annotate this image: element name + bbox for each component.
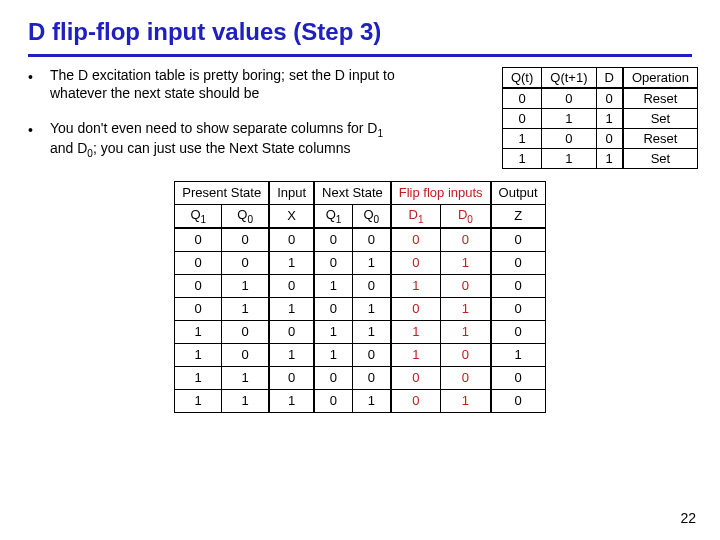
table-cell: 1: [596, 109, 623, 129]
table-cell: Set: [623, 149, 698, 169]
table-cell: 0: [222, 228, 270, 252]
table-cell: 1: [222, 297, 270, 320]
bullet-text: You don't even need to show separate col…: [50, 120, 408, 161]
table-cell: 0: [391, 366, 441, 389]
table-cell: 1: [441, 251, 491, 274]
table-row: 100Reset: [502, 129, 697, 149]
table-cell: 1: [441, 297, 491, 320]
group-header: Output: [491, 181, 546, 204]
excitation-table-body: 000Reset011Set100Reset111Set: [502, 88, 697, 169]
sub-header: Q0: [222, 204, 270, 228]
table-cell: Set: [623, 109, 698, 129]
table-cell: 1: [269, 389, 314, 412]
table-cell: 1: [269, 251, 314, 274]
table-cell: 0: [441, 274, 491, 297]
table-cell: 0: [269, 320, 314, 343]
group-header: Present State: [175, 181, 269, 204]
sub-header: Z: [491, 204, 546, 228]
table-cell: 0: [542, 129, 596, 149]
table-row: 00000000: [175, 228, 545, 252]
table-cell: 1: [175, 343, 222, 366]
table-cell: 0: [175, 297, 222, 320]
table-cell: 1: [175, 389, 222, 412]
table-cell: 1: [222, 274, 270, 297]
table-cell: 1: [391, 343, 441, 366]
table-cell: 0: [391, 251, 441, 274]
table-cell: 1: [175, 320, 222, 343]
table-cell: 1: [542, 109, 596, 129]
table-cell: 0: [441, 366, 491, 389]
content-area: • The D excitation table is pretty borin…: [0, 67, 720, 413]
state-table-head: Present StateInputNext StateFlip flop in…: [175, 181, 545, 228]
table-cell: 0: [441, 343, 491, 366]
bullet-dot-icon: •: [28, 120, 50, 161]
state-table: Present StateInputNext StateFlip flop in…: [174, 181, 545, 413]
table-cell: 0: [596, 129, 623, 149]
table-cell: 1: [269, 343, 314, 366]
table-cell: 0: [175, 274, 222, 297]
group-header-row: Present StateInputNext StateFlip flop in…: [175, 181, 545, 204]
table-row: 00101010: [175, 251, 545, 274]
sub-header: D1: [391, 204, 441, 228]
table-cell: 1: [352, 251, 390, 274]
table-cell: 0: [491, 320, 546, 343]
table-cell: 0: [269, 228, 314, 252]
table-cell: 0: [314, 366, 352, 389]
table-cell: 0: [222, 343, 270, 366]
table-cell: 0: [491, 228, 546, 252]
table-cell: 0: [175, 228, 222, 252]
title-underline: [28, 54, 692, 57]
excitation-table: Q(t) Q(t+1) D Operation 000Reset011Set10…: [502, 67, 698, 169]
group-header: Input: [269, 181, 314, 204]
table-cell: 1: [352, 320, 390, 343]
table-cell: 1: [441, 389, 491, 412]
table-row: 11000000: [175, 366, 545, 389]
table-cell: 0: [269, 366, 314, 389]
table-row: 000Reset: [502, 88, 697, 109]
table-cell: 0: [314, 228, 352, 252]
table-cell: 1: [352, 297, 390, 320]
table-cell: 0: [352, 366, 390, 389]
group-header: Flip flop inputs: [391, 181, 491, 204]
table-cell: Reset: [623, 88, 698, 109]
table-cell: 0: [352, 274, 390, 297]
table-cell: 0: [391, 228, 441, 252]
group-header: Next State: [314, 181, 391, 204]
table-cell: 0: [352, 343, 390, 366]
table-cell: 1: [222, 366, 270, 389]
table-cell: 0: [491, 251, 546, 274]
col-header: Operation: [623, 68, 698, 89]
table-cell: 1: [314, 320, 352, 343]
table-cell: 0: [314, 251, 352, 274]
sub-header: Q1: [314, 204, 352, 228]
sub-header-row: Q1Q0XQ1Q0D1D0Z: [175, 204, 545, 228]
table-cell: 1: [441, 320, 491, 343]
table-cell: 1: [314, 343, 352, 366]
col-header: D: [596, 68, 623, 89]
col-header: Q(t+1): [542, 68, 596, 89]
main-table-wrap: Present StateInputNext StateFlip flop in…: [28, 181, 692, 413]
table-cell: 0: [502, 88, 541, 109]
bullet-item: • The D excitation table is pretty borin…: [28, 67, 408, 102]
table-cell: 0: [352, 228, 390, 252]
table-cell: 0: [391, 389, 441, 412]
state-table-body: 0000000000101010010101000110101010011110…: [175, 228, 545, 413]
table-cell: 0: [491, 366, 546, 389]
table-cell: 1: [314, 274, 352, 297]
table-cell: 0: [441, 228, 491, 252]
table-cell: 0: [222, 251, 270, 274]
col-header: Q(t): [502, 68, 541, 89]
table-row: 01101010: [175, 297, 545, 320]
table-cell: 1: [502, 129, 541, 149]
table-cell: 0: [175, 251, 222, 274]
table-cell: 1: [491, 343, 546, 366]
table-cell: 0: [269, 274, 314, 297]
table-row: 011Set: [502, 109, 697, 129]
table-cell: Reset: [623, 129, 698, 149]
table-cell: 0: [222, 320, 270, 343]
table-cell: 1: [352, 389, 390, 412]
table-cell: 0: [491, 274, 546, 297]
table-cell: 1: [175, 366, 222, 389]
table-cell: 0: [502, 109, 541, 129]
table-cell: 1: [222, 389, 270, 412]
